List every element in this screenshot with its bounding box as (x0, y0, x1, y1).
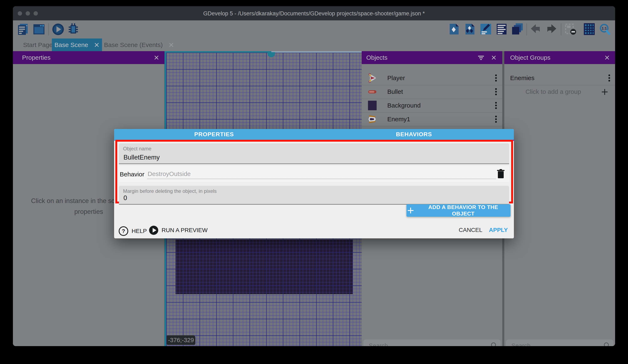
object-name-input[interactable] (123, 154, 494, 161)
tab-base-scene-events[interactable]: Base Scene (Events) (102, 39, 176, 51)
close-tab-icon[interactable] (94, 42, 99, 48)
open-instances-panel-button[interactable] (511, 23, 524, 36)
window-title: GDevelop 5 - /Users/dkarakay/Documents/G… (13, 6, 615, 20)
trash-icon (497, 169, 505, 179)
edit-pencil-icon (479, 23, 492, 35)
add-group-plus-icon[interactable] (602, 89, 608, 95)
svg-text:1:1: 1:1 (602, 26, 607, 30)
object-row-background[interactable]: Background (362, 99, 502, 113)
search-icon (603, 342, 611, 346)
tutorial-highlight-border: Object name Behavior Margin before delet… (115, 140, 513, 203)
groups-search-input[interactable] (511, 341, 592, 346)
dialog-tab-properties[interactable]: PROPERTIES (114, 129, 314, 140)
open-object-groups-panel-button[interactable] (464, 23, 477, 36)
tab-base-scene[interactable]: Base Scene (52, 39, 102, 51)
cursor-coordinates-badge: -376;-329 (166, 335, 195, 345)
toggle-mask-button[interactable] (564, 23, 577, 36)
object-name-label: Object name (123, 146, 151, 152)
toggle-grid-button[interactable] (583, 23, 596, 36)
play-icon (52, 23, 65, 36)
object-menu-kebab-icon[interactable] (492, 99, 500, 112)
object-row-bullet[interactable]: Bullet (362, 85, 502, 99)
object-menu-kebab-icon[interactable] (492, 113, 500, 125)
objects-panel-title: Objects (362, 54, 388, 61)
start-page-button[interactable] (32, 23, 45, 36)
debug-button[interactable] (67, 23, 80, 36)
background-sprite-icon (368, 101, 377, 110)
object-row-player[interactable]: Player (362, 71, 502, 85)
group-row-enemies[interactable]: Enemies (504, 71, 615, 85)
object-editor-dialog: PROPERTIES BEHAVIORS Object name Behavio… (114, 129, 514, 238)
cancel-button[interactable]: CANCEL (459, 227, 482, 233)
object-groups-icon (464, 23, 476, 35)
properties-panel-header: Properties (13, 51, 164, 64)
toolbar-separator (526, 23, 527, 35)
object-menu-kebab-icon[interactable] (492, 72, 500, 84)
player-sprite-icon (368, 73, 377, 83)
group-menu-kebab-icon[interactable] (605, 72, 614, 84)
object-menu-kebab-icon[interactable] (492, 85, 500, 98)
zoom-1-1-icon: 1:1 (598, 23, 611, 36)
open-properties-panel-button[interactable] (495, 23, 508, 36)
edit-scene-properties-button[interactable] (479, 23, 492, 36)
behavior-label: Behavior (120, 171, 144, 178)
instances-layers-icon (511, 23, 524, 35)
enemy1-sprite-icon (368, 114, 377, 124)
search-icon (491, 342, 498, 346)
redo-icon (545, 23, 558, 35)
zoom-original-button[interactable]: 1:1 (598, 23, 611, 36)
margin-field[interactable]: Margin before deleting the object, in pi… (119, 186, 509, 205)
objects-panel-header: Objects (362, 51, 502, 64)
add-group-row[interactable]: Click to add a group (504, 85, 615, 99)
dialog-actions: ? HELP RUN A PREVIEW CANCEL APPLY (114, 225, 514, 237)
dialog-tab-bar: PROPERTIES BEHAVIORS (114, 129, 514, 141)
render-mask-icon (564, 23, 577, 35)
object-row-enemy1[interactable]: Enemy1 (362, 112, 502, 126)
editor-tab-bar: Start Page Base Scene Base Scene (Events… (13, 39, 615, 51)
objects-search-input[interactable] (368, 341, 472, 346)
properties-panel-title: Properties (13, 54, 51, 61)
close-object-groups-panel-icon[interactable] (604, 55, 610, 60)
object-groups-panel-title: Object Groups (504, 54, 550, 61)
redo-button[interactable] (545, 23, 558, 36)
toolbar: 1:1 (13, 20, 615, 39)
close-objects-panel-icon[interactable] (491, 55, 496, 60)
project-manager-button[interactable] (17, 23, 30, 36)
object-groups-panel-header: Object Groups (504, 51, 615, 64)
toolbar-separator (48, 23, 49, 35)
delete-behavior-button[interactable] (496, 169, 505, 180)
object-name-field[interactable]: Object name (119, 143, 509, 164)
toolbar-separator (561, 23, 561, 35)
help-button[interactable]: ? HELP (119, 226, 147, 236)
start-page-icon (32, 23, 45, 36)
horizontal-scrollbar-thumb[interactable] (166, 51, 271, 53)
margin-input[interactable] (123, 194, 494, 202)
run-preview-toolbar-button[interactable] (52, 23, 65, 36)
add-behavior-button[interactable]: ADD A BEHAVIOR TO THE OBJECT (406, 204, 511, 217)
undo-button[interactable] (530, 23, 543, 36)
close-tab-icon[interactable] (168, 42, 174, 48)
add-group-label: Click to add a group (504, 88, 602, 95)
run-preview-button[interactable]: RUN A PREVIEW (149, 226, 208, 235)
margin-label: Margin before deleting the object, in pi… (123, 188, 217, 194)
object-groups-panel-body: Enemies Click to add a group (504, 64, 615, 346)
objects-search-bar[interactable] (363, 339, 501, 346)
titlebar: GDevelop 5 - /Users/dkarakay/Documents/G… (13, 6, 615, 20)
desktop: GDevelop 5 - /Users/dkarakay/Documents/G… (0, 0, 628, 364)
play-preview-icon (149, 226, 158, 235)
dialog-tab-behaviors[interactable]: BEHAVIORS (314, 129, 514, 140)
behavior-name-input[interactable] (147, 169, 496, 179)
project-manager-icon (17, 23, 30, 36)
filter-icon[interactable] (478, 56, 484, 60)
open-objects-panel-button[interactable] (448, 23, 461, 36)
object-icon (448, 23, 460, 35)
bug-icon (67, 23, 80, 36)
undo-icon (530, 23, 542, 35)
bullet-sprite-icon (368, 87, 377, 97)
help-icon: ? (119, 226, 128, 236)
grid-icon (583, 23, 596, 35)
plus-icon (408, 208, 413, 213)
close-properties-panel-icon[interactable] (154, 55, 159, 60)
groups-search-bar[interactable] (506, 339, 614, 346)
apply-button[interactable]: APPLY (489, 227, 508, 233)
